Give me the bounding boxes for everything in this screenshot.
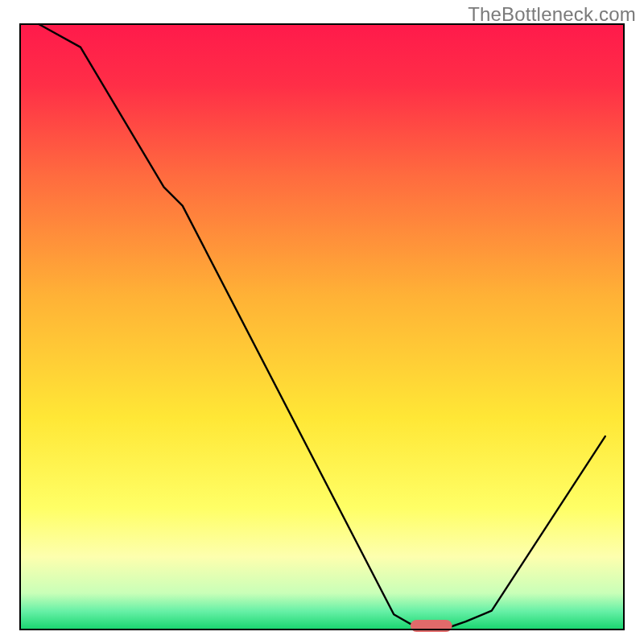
bottleneck-chart xyxy=(0,0,644,644)
chart-stage: TheBottleneck.com xyxy=(0,0,644,644)
plot-background xyxy=(20,24,624,630)
watermark-text: TheBottleneck.com xyxy=(468,3,636,26)
